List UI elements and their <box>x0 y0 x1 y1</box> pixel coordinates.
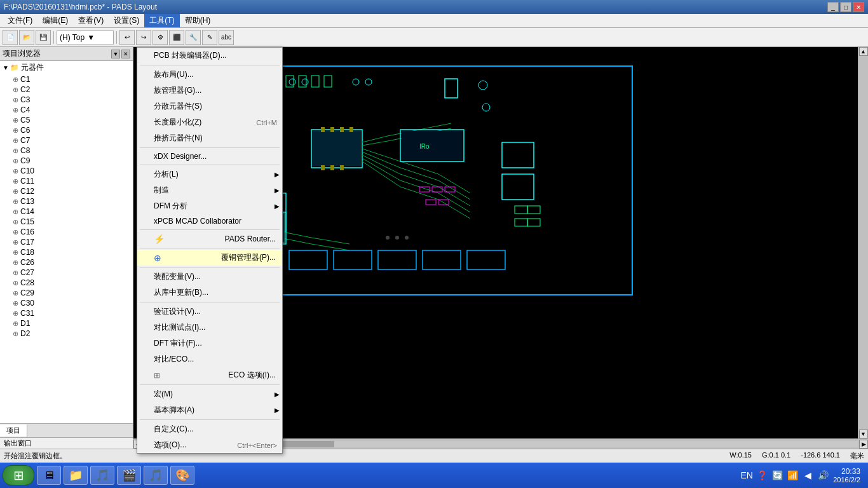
menu-basic-script[interactable]: 基本脚本(A) ▶ <box>137 402 282 418</box>
menu-update-lib[interactable]: 从库中更新(B)... <box>137 285 282 301</box>
tree-item-c29[interactable]: ⊕C29 <box>0 288 133 298</box>
output-tab-label[interactable]: 输出窗口 <box>4 438 32 448</box>
tree-item-c13[interactable]: ⊕C13 <box>0 196 133 207</box>
menu-compare-tp[interactable]: 对比测试点(I)... <box>137 320 282 336</box>
component-icon: ⊕ <box>13 157 18 165</box>
taskbar-item-explorer[interactable]: 🖥 <box>37 466 61 485</box>
menu-analyze[interactable]: 分析(L) ▶ <box>137 166 282 182</box>
menu-file[interactable]: 文件(F) <box>3 14 37 27</box>
layer-dropdown[interactable]: (H) Top ▼ <box>57 30 114 44</box>
time-display: 20:33 <box>833 467 860 476</box>
minimize-button[interactable]: _ <box>827 2 839 12</box>
tree-item-c31[interactable]: ⊕C31 <box>0 308 133 318</box>
paint-icon: 🎨 <box>175 468 190 483</box>
component-icon: ⊕ <box>13 259 18 267</box>
tree-item-c12[interactable]: ⊕C12 <box>0 186 133 196</box>
taskbar-item-paint[interactable]: 🎨 <box>170 466 194 485</box>
menu-dfm[interactable]: DFM 分析 ▶ <box>137 198 282 214</box>
basic-script-arrow: ▶ <box>275 407 280 414</box>
maximize-button[interactable]: □ <box>840 2 851 12</box>
taskbar-item-video[interactable]: 🎬 <box>117 466 141 485</box>
tb-btn4[interactable]: ⬛ <box>169 30 184 45</box>
hscroll-right[interactable]: ▶ <box>859 440 868 449</box>
menu-customize[interactable]: 自定义(C)... <box>137 421 282 437</box>
menu-length-min[interactable]: 长度最小化(Z) Ctrl+M <box>137 114 282 130</box>
tree-item-c1[interactable]: ⊕C1 <box>0 74 133 85</box>
start-button[interactable]: ⊞ <box>3 465 34 485</box>
menu-macro[interactable]: 宏(M) ▶ <box>137 386 282 402</box>
tb-btn3[interactable]: ⚙ <box>153 30 168 45</box>
menu-xdx[interactable]: xDX Designer... <box>137 149 282 163</box>
tree-item-c2[interactable]: ⊕C2 <box>0 85 133 95</box>
taskbar: ⊞ 🖥 📁 🎵 🎬 🎵 🎨 EN ❓ 🔄 📶 ◀ 🔊 20:33 2016/2/… <box>0 463 868 488</box>
menu-push-comp[interactable]: 推挤元器件(N) <box>137 130 282 146</box>
menu-tools[interactable]: 工具(T) <box>144 14 179 27</box>
vscroll-down[interactable]: ▼ <box>859 430 868 438</box>
tree-item-c28[interactable]: ⊕C28 <box>0 278 133 288</box>
menu-eco-options[interactable]: ⊞ ECO 选项(I)... <box>137 367 282 383</box>
vertical-scrollbar[interactable]: ▲ ▼ <box>858 47 868 438</box>
tree-item-c14[interactable]: ⊕C14 <box>0 207 133 217</box>
taskbar-item-music[interactable]: 🎵 <box>90 466 114 485</box>
tree-item-c10[interactable]: ⊕C10 <box>0 166 133 176</box>
menu-view[interactable]: 查看(V) <box>73 14 109 27</box>
tb-btn5[interactable]: 🔧 <box>186 30 201 45</box>
tree-item-d1[interactable]: ⊕D1 <box>0 318 133 329</box>
menu-verify[interactable]: 验证设计(V)... <box>137 304 282 320</box>
pads-router-label: PADS Router... <box>225 234 276 243</box>
menu-scatter[interactable]: 分散元器件(S) <box>137 98 282 114</box>
titlebar-title: F:\PADS\20160131\hdmi.pcb* - PADS Layout <box>4 3 157 11</box>
menu-edit[interactable]: 编辑(E) <box>37 14 73 27</box>
tree-item-c16[interactable]: ⊕C16 <box>0 227 133 237</box>
tree-item-c5[interactable]: ⊕C5 <box>0 115 133 125</box>
tree-item-c4[interactable]: ⊕C4 <box>0 105 133 115</box>
tree-item-c6[interactable]: ⊕C6 <box>0 125 133 135</box>
menu-cluster-manager[interactable]: 族管理器(G)... <box>137 83 282 98</box>
menu-options[interactable]: 选项(O)... Ctrl+<Enter> <box>137 437 282 453</box>
tb-undo[interactable]: ↩ <box>119 30 135 45</box>
tb-btn7[interactable]: abc <box>219 30 234 45</box>
component-icon: ⊕ <box>13 137 18 145</box>
sidebar-close-btn[interactable]: ✕ <box>121 50 130 58</box>
menu-dft-audit[interactable]: DFT 审计(F)... <box>137 336 282 351</box>
basic-script-label: 基本脚本(A) <box>154 405 194 416</box>
tb-open[interactable]: 📂 <box>19 30 34 45</box>
tree-item-c30[interactable]: ⊕C30 <box>0 298 133 308</box>
tree-item-c9[interactable]: ⊕C9 <box>0 156 133 166</box>
tb-redo[interactable]: ↪ <box>136 30 151 45</box>
tree-item-c11[interactable]: ⊕C11 <box>0 176 133 186</box>
menu-settings[interactable]: 设置(S) <box>109 14 144 27</box>
tree-item-c26[interactable]: ⊕C26 <box>0 257 133 268</box>
tree-item-d2[interactable]: ⊕D2 <box>0 329 133 339</box>
tree-item-c17[interactable]: ⊕C17 <box>0 237 133 247</box>
tab-project[interactable]: 项目 <box>0 424 27 437</box>
menu-xpcb-mcad[interactable]: xPCB MCAD Collaborator <box>137 214 282 228</box>
sidebar-pin-btn[interactable]: ▼ <box>111 50 120 58</box>
xdx-label: xDX Designer... <box>154 152 207 161</box>
tree-item-c8[interactable]: ⊕C8 <box>0 146 133 156</box>
tree-item-c18[interactable]: ⊕C18 <box>0 247 133 257</box>
menu-pads-router[interactable]: ⚡ PADS Router... <box>137 231 282 247</box>
tree-item-c7[interactable]: ⊕C7 <box>0 135 133 146</box>
tree-item-c15[interactable]: ⊕C15 <box>0 217 133 227</box>
taskbar-item-folder[interactable]: 📁 <box>64 466 88 485</box>
tb-new[interactable]: 📄 <box>3 30 18 45</box>
menu-manufacturing[interactable]: 制造 ▶ <box>137 182 282 198</box>
tree-item-c3[interactable]: ⊕C3 <box>0 95 133 105</box>
menu-cluster-layout[interactable]: 族布局(U)... <box>137 67 282 83</box>
tb-btn6[interactable]: ✎ <box>202 30 217 45</box>
vscroll-up[interactable]: ▲ <box>859 47 868 56</box>
menu-compare-eco[interactable]: 对比/ECO... <box>137 351 282 367</box>
menu-pcb-editor[interactable]: PCB 封装编辑器(D)... <box>137 48 282 64</box>
svg-point-51 <box>405 236 409 240</box>
taskbar-item-audio[interactable]: 🎵 <box>144 466 168 485</box>
compare-tp-label: 对比测试点(I)... <box>154 322 205 333</box>
tb-save[interactable]: 💾 <box>36 30 51 45</box>
menu-help[interactable]: 帮助(H) <box>180 14 216 27</box>
menu-copper-manager[interactable]: ⊕ 覆铜管理器(P)... <box>137 250 282 266</box>
start-icon: ⊞ <box>13 468 24 483</box>
menu-assembly-variant[interactable]: 装配变量(V)... <box>137 269 282 285</box>
close-button[interactable]: ✕ <box>853 2 864 12</box>
tree-item-c27[interactable]: ⊕C27 <box>0 268 133 278</box>
tree-section-components[interactable]: ▼ 📁 元器件 <box>0 61 133 74</box>
